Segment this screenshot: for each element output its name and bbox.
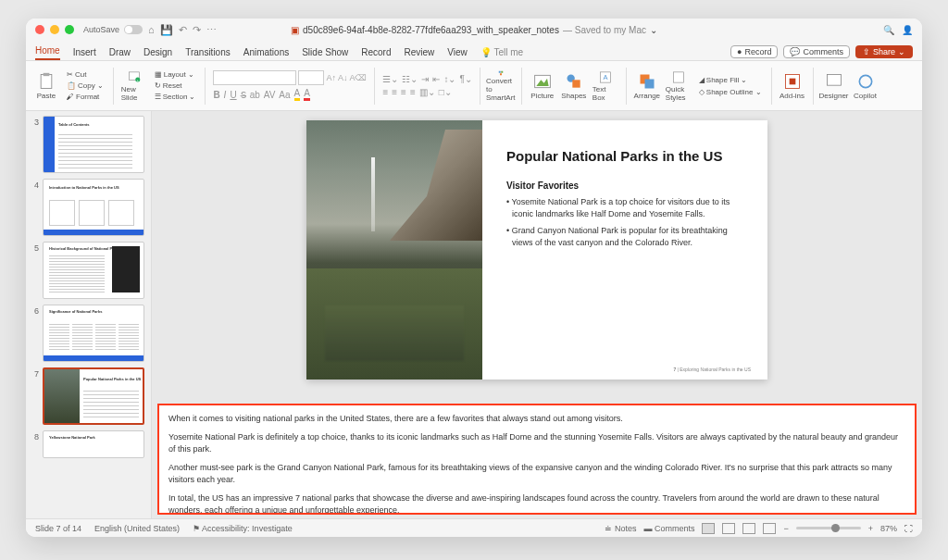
casechange-button[interactable]: Aa — [279, 90, 290, 100]
font-name-input[interactable] — [213, 70, 296, 85]
language-indicator[interactable]: English (United States) — [94, 524, 180, 533]
shape-outline-button[interactable]: ◇ Shape Outline ⌄ — [697, 87, 764, 97]
comments-pane-toggle[interactable]: ▬ Comments — [643, 524, 694, 533]
autosave-toggle[interactable] — [124, 25, 143, 34]
current-slide[interactable]: Popular National Parks in the US Visitor… — [306, 120, 767, 380]
minimize-window-button[interactable] — [50, 25, 59, 34]
notes-paragraph[interactable]: Another must-see park is the Grand Canyo… — [168, 462, 905, 487]
save-icon[interactable]: 💾 — [160, 24, 173, 36]
decrease-font-icon[interactable]: A↓ — [338, 73, 348, 82]
picture-button[interactable]: Picture — [530, 70, 555, 102]
zoom-level[interactable]: 87% — [880, 524, 897, 533]
highlight-button[interactable]: A — [294, 88, 301, 101]
redo-icon[interactable]: ↷ — [193, 24, 201, 36]
tab-slideshow[interactable]: Slide Show — [302, 44, 348, 60]
maximize-window-button[interactable] — [65, 25, 74, 34]
slide-thumbnail-8[interactable]: Yellowstone National Park — [43, 430, 144, 458]
shape-fill-button[interactable]: ◢ Shape Fill ⌄ — [697, 75, 764, 85]
tab-home[interactable]: Home — [35, 43, 60, 60]
quickstyles-button[interactable]: Quick Styles — [666, 70, 692, 102]
section-button[interactable]: ☰ Section ⌄ — [153, 92, 198, 102]
autosave-control[interactable]: AutoSave — [83, 25, 143, 34]
zoom-in-button[interactable]: + — [868, 524, 873, 533]
slideshow-view-button[interactable] — [763, 523, 776, 534]
slide-thumbnail-4[interactable]: Introduction to National Parks in the US — [43, 179, 144, 236]
addins-button[interactable]: Add-ins — [780, 70, 805, 102]
close-window-button[interactable] — [35, 25, 44, 34]
tellme[interactable]: 💡 Tell me — [480, 44, 523, 60]
shadow-button[interactable]: ab — [250, 90, 260, 100]
more-icon[interactable]: ⋯ — [206, 24, 217, 36]
home-icon[interactable]: ⌂ — [148, 24, 155, 36]
slide-bullet[interactable]: • Grand Canyon National Park is popular … — [506, 225, 743, 248]
tab-review[interactable]: Review — [404, 44, 434, 60]
notes-toggle[interactable]: ≐ Notes — [605, 524, 636, 533]
slide-content[interactable]: Popular National Parks in the US Visitor… — [482, 120, 767, 380]
columns-button[interactable]: ▥⌄ — [419, 87, 435, 97]
chevron-down-icon[interactable]: ⌄ — [650, 25, 657, 35]
arrange-button[interactable]: Arrange — [634, 70, 660, 102]
textbox-button[interactable]: AText Box — [592, 70, 618, 102]
linespacing-button[interactable]: ↕⌄ — [443, 74, 455, 84]
fit-to-window-button[interactable]: ⛶ — [904, 524, 913, 533]
align-text-button[interactable]: □⌄ — [439, 87, 452, 97]
strike-button[interactable]: S̶ — [241, 90, 246, 100]
bold-button[interactable]: B — [213, 90, 219, 100]
tab-draw[interactable]: Draw — [109, 44, 131, 60]
reading-view-button[interactable] — [742, 523, 755, 534]
thumb-row[interactable]: 6 Significance of National Parks — [26, 302, 151, 365]
slide-canvas[interactable]: Popular National Parks in the US Visitor… — [152, 111, 922, 400]
thumb-row[interactable]: 4 Introduction to National Parks in the … — [26, 176, 151, 239]
indent-increase-button[interactable]: ⇥ — [421, 74, 429, 84]
tab-transitions[interactable]: Transitions — [185, 44, 231, 60]
reset-button[interactable]: ↻ Reset — [153, 81, 198, 91]
zoom-slider[interactable] — [796, 527, 861, 529]
notes-paragraph[interactable]: In total, the US has an impressive 7 nat… — [168, 492, 905, 516]
accessibility-checker[interactable]: ⚑ Accessibility: Investigate — [193, 524, 293, 533]
tab-insert[interactable]: Insert — [73, 44, 96, 60]
slide-thumbnail-7-active[interactable]: Popular National Parks in the US — [43, 367, 144, 425]
format-painter-button[interactable]: 🖌 Format — [65, 92, 106, 102]
slide-subheading[interactable]: Visitor Favorites — [506, 180, 743, 191]
increase-font-icon[interactable]: A↑ — [326, 73, 336, 82]
italic-button[interactable]: I — [224, 90, 227, 100]
indent-decrease-button[interactable]: ⇤ — [432, 74, 440, 84]
bullets-button[interactable]: ☰⌄ — [382, 74, 398, 84]
new-slide-button[interactable]: + New Slide — [121, 70, 147, 102]
slide-bullet[interactable]: • Yosemite National Park is a top choice… — [506, 196, 743, 219]
shapes-button[interactable]: Shapes — [561, 70, 587, 102]
cut-button[interactable]: ✂ Cut — [65, 69, 106, 80]
notes-paragraph[interactable]: Yosemite National Park is definitely a t… — [168, 431, 905, 456]
subscript-button[interactable]: AV — [264, 90, 276, 100]
search-icon[interactable]: 🔍 — [883, 25, 894, 35]
fontcolor-button[interactable]: A — [304, 88, 310, 101]
textdirection-button[interactable]: ¶⌄ — [459, 74, 471, 84]
thumb-row[interactable]: 7 Popular National Parks in the US — [26, 365, 151, 428]
undo-icon[interactable]: ↶ — [179, 24, 187, 36]
font-size-input[interactable] — [298, 70, 324, 85]
document-title[interactable]: ▣ d50c89e6-94af-4b8e-8282-77fdfe6aa293_w… — [291, 25, 657, 35]
align-right-button[interactable]: ≡ — [401, 87, 406, 97]
normal-view-button[interactable] — [702, 523, 715, 534]
tab-animations[interactable]: Animations — [243, 44, 289, 60]
slide-thumbnail-5[interactable]: Historical Background of National Parks — [43, 242, 144, 299]
slide-thumbnail-6[interactable]: Significance of National Parks — [43, 305, 144, 362]
designer-button[interactable]: Designer — [821, 70, 847, 102]
slide-counter[interactable]: Slide 7 of 14 — [35, 524, 81, 533]
convert-smartart-button[interactable]: Convert to SmartArt — [488, 70, 514, 102]
sorter-view-button[interactable] — [722, 523, 735, 534]
slide-title[interactable]: Popular National Parks in the US — [506, 148, 743, 164]
tab-design[interactable]: Design — [143, 44, 172, 60]
copy-button[interactable]: 📋 Copy ⌄ — [65, 81, 106, 91]
speaker-notes-panel[interactable]: When it comes to visiting national parks… — [157, 404, 917, 515]
numbering-button[interactable]: ☷⌄ — [402, 74, 418, 84]
thumb-row[interactable]: 8 Yellowstone National Park — [26, 428, 151, 461]
underline-button[interactable]: U — [230, 90, 236, 100]
clear-format-icon[interactable]: A⌫ — [349, 73, 367, 82]
align-center-button[interactable]: ≡ — [392, 87, 397, 97]
record-button[interactable]: ● Record — [730, 45, 778, 58]
notes-paragraph[interactable]: When it comes to visiting national parks… — [168, 413, 905, 426]
paste-button[interactable]: Paste — [33, 70, 59, 102]
share-button[interactable]: ⇧ Share ⌄ — [855, 45, 913, 58]
tab-view[interactable]: View — [447, 44, 468, 60]
